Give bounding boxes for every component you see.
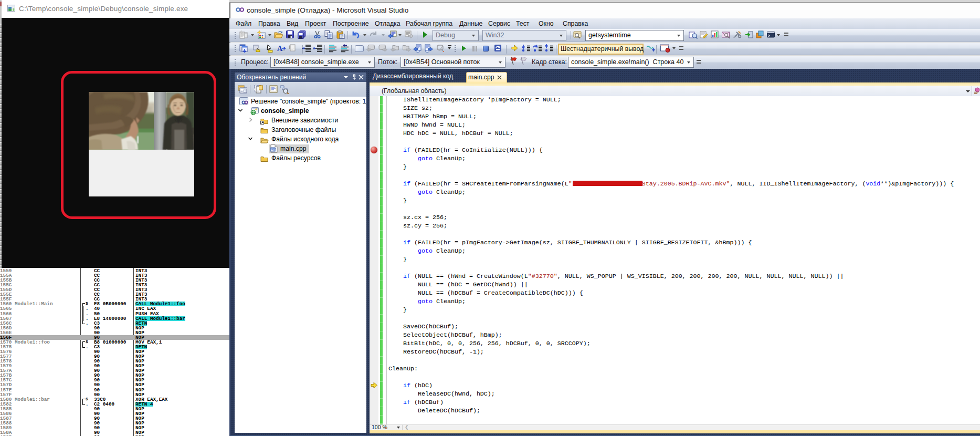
svg-text:C++: C++ bbox=[271, 148, 277, 151]
